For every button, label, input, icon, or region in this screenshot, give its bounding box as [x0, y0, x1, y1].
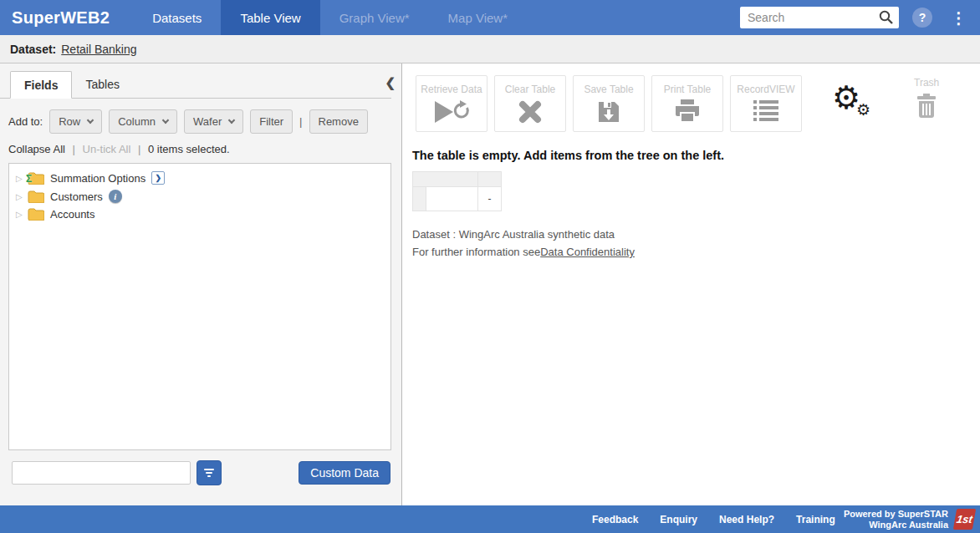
footer: Feedback Enquiry Need Help? Training Pow… — [0, 505, 980, 533]
search-box — [740, 7, 899, 28]
add-to-row-dropdown[interactable]: Row — [49, 109, 102, 134]
folder-sigma-icon: Σ — [28, 172, 44, 185]
powered-by-text: Powered by SuperSTAR WingArc Australia — [844, 509, 948, 530]
tree-item-label: Accounts — [50, 208, 94, 221]
nav-item-map-view[interactable]: Map View* — [429, 0, 527, 35]
add-to-column-dropdown[interactable]: Column — [109, 109, 177, 134]
search-input[interactable] — [740, 7, 899, 28]
kebab-menu-icon[interactable]: ⋮ — [946, 10, 972, 26]
top-nav: SuperWEB2 Datasets Table View Graph View… — [0, 0, 980, 35]
button-label: RecordVIEW — [737, 84, 794, 95]
apply-filter-button[interactable] — [197, 460, 222, 485]
nav-right-group: ? ⋮ — [740, 7, 980, 28]
column-dropdown-label: Column — [118, 115, 156, 128]
button-label: Print Table — [664, 84, 711, 95]
table-toolbar: Retrieve Data Clear Table Save Table Pri… — [402, 63, 980, 132]
remove-button[interactable]: Remove — [309, 109, 368, 134]
printer-icon — [674, 99, 701, 126]
gear-small-icon: ⚙ — [856, 102, 870, 118]
button-label: Retrieve Data — [421, 84, 482, 95]
clear-x-icon — [518, 99, 543, 128]
table-value-cell: - — [478, 187, 502, 211]
app-logo[interactable]: SuperWEB2 — [0, 8, 133, 28]
custom-data-button[interactable]: Custom Data — [299, 461, 390, 485]
tree-filter-row: Custom Data — [12, 460, 390, 485]
trash-icon — [916, 94, 937, 122]
play-refresh-icon — [432, 99, 471, 128]
tab-fields[interactable]: Fields — [10, 71, 72, 99]
dataset-info: Dataset : WingArc Australia synthetic da… — [412, 226, 980, 261]
button-label: Trash — [914, 77, 939, 89]
funnel-icon — [204, 469, 214, 477]
folder-icon — [28, 208, 44, 221]
tree-filter-input[interactable] — [12, 461, 191, 485]
table-header-cell — [478, 172, 502, 187]
data-confidentiality-link[interactable]: Data Confidentiality — [540, 246, 635, 258]
wingarc-1st-logo: 1st — [953, 509, 976, 530]
dataset-info-line: Dataset : WingArc Australia synthetic da… — [412, 226, 980, 243]
print-table-button[interactable]: Print Table — [651, 75, 723, 132]
button-label: Save Table — [584, 84, 633, 95]
tab-tables[interactable]: Tables — [72, 71, 132, 98]
trash-button[interactable]: Trash — [914, 77, 939, 122]
tree-item-customers[interactable]: ▷ Customers i — [13, 187, 387, 206]
nav-item-graph-view[interactable]: Graph View* — [320, 0, 429, 35]
main-area: Fields Tables ❮ Add to: Row Column Wafer… — [0, 63, 980, 505]
powered-line1: Powered by SuperSTAR — [844, 509, 948, 520]
chevron-down-icon — [162, 117, 169, 124]
table-body-cell — [426, 187, 478, 211]
search-icon[interactable] — [879, 10, 894, 28]
save-table-button[interactable]: Save Table — [573, 75, 645, 132]
separator: | — [73, 143, 75, 155]
table-panel: Retrieve Data Clear Table Save Table Pri… — [402, 63, 980, 505]
nav-item-table-view[interactable]: Table View — [221, 0, 319, 35]
sigma-glyph: Σ — [26, 173, 32, 185]
tree-item-accounts[interactable]: ▷ Accounts — [13, 206, 387, 223]
retrieve-data-button[interactable]: Retrieve Data — [416, 75, 487, 132]
table-options-button[interactable]: ⚙ ⚙ — [832, 82, 875, 125]
expander-icon[interactable]: ▷ — [16, 192, 28, 201]
footer-link-need-help[interactable]: Need Help? — [719, 514, 774, 525]
add-to-wafer-dropdown[interactable]: Wafer — [184, 109, 243, 134]
items-selected-text: 0 items selected. — [148, 143, 230, 155]
info-icon[interactable]: i — [109, 190, 122, 203]
footer-link-enquiry[interactable]: Enquiry — [660, 514, 697, 525]
recordview-button[interactable]: RecordVIEW — [730, 75, 802, 132]
further-info-line: For further information seeData Confiden… — [412, 243, 980, 261]
save-icon — [596, 99, 621, 128]
empty-table-placeholder: - — [412, 171, 502, 211]
selection-links-row: Collapse All | Un-tick All | 0 items sel… — [0, 134, 401, 163]
chevron-down-icon — [87, 117, 94, 124]
clear-table-button[interactable]: Clear Table — [494, 75, 566, 132]
left-tab-bar: Fields Tables ❮ — [0, 71, 391, 99]
tree-item-summation-options[interactable]: ▷ Σ Summation Options ❯ — [13, 169, 387, 187]
table-stub-cell — [413, 187, 426, 211]
chevron-down-icon — [228, 117, 235, 124]
tree-item-label: Summation Options — [50, 172, 145, 185]
list-icon — [753, 99, 779, 126]
footer-links: Feedback Enquiry Need Help? Training — [592, 514, 835, 525]
separator: | — [138, 143, 140, 155]
help-icon[interactable]: ? — [912, 8, 932, 28]
separator: | — [299, 115, 302, 128]
drill-arrow-icon[interactable]: ❯ — [151, 171, 165, 185]
breadcrumb: Dataset: Retail Banking — [0, 35, 980, 63]
filter-button[interactable]: Filter — [250, 109, 293, 134]
table-header-cell — [413, 172, 478, 187]
untick-all-link[interactable]: Un-tick All — [83, 143, 131, 155]
footer-link-feedback[interactable]: Feedback — [592, 514, 638, 525]
dataset-link[interactable]: Retail Banking — [61, 43, 136, 56]
add-to-toolbar: Add to: Row Column Wafer Filter | Remove — [0, 99, 401, 134]
field-panel: Fields Tables ❮ Add to: Row Column Wafer… — [0, 63, 402, 505]
powered-line2: WingArc Australia — [844, 520, 948, 530]
expander-icon[interactable]: ▷ — [16, 210, 28, 219]
tree-item-label: Customers — [50, 190, 103, 203]
field-tree: ▷ Σ Summation Options ❯ ▷ Customers i ▷ — [8, 163, 391, 450]
nav-item-datasets[interactable]: Datasets — [133, 0, 221, 35]
collapse-panel-icon[interactable]: ❮ — [385, 75, 396, 90]
empty-table-message: The table is empty. Add items from the t… — [412, 149, 980, 162]
footer-link-training[interactable]: Training — [796, 514, 835, 525]
dataset-label: Dataset: — [10, 43, 56, 56]
collapse-all-link[interactable]: Collapse All — [8, 143, 65, 155]
row-dropdown-label: Row — [59, 115, 80, 128]
